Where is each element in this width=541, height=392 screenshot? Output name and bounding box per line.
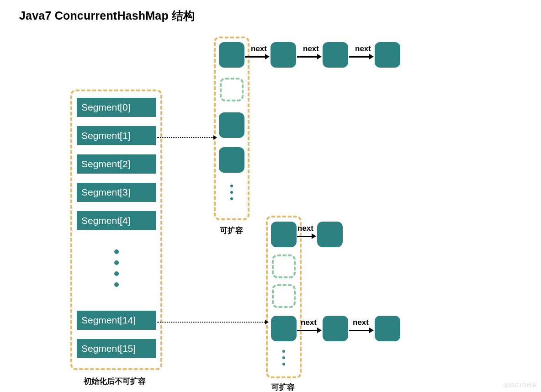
buckets-ellipsis-icon <box>230 185 233 200</box>
empty-slot <box>272 284 296 308</box>
next-label: next <box>355 44 371 53</box>
next-label: next <box>303 44 319 53</box>
buckets-ellipsis-icon <box>282 350 285 366</box>
bucket-node <box>271 316 297 341</box>
bucket-node <box>271 222 297 247</box>
segments-caption: 初始化后不可扩容 <box>84 376 146 387</box>
bucket-node <box>219 42 244 68</box>
bucket-node <box>219 112 244 138</box>
bucket-node <box>219 147 244 173</box>
segments-ellipsis-icon <box>114 249 119 287</box>
next-arrow <box>297 328 322 333</box>
entry-node <box>323 316 348 341</box>
entry-node <box>375 316 400 341</box>
segment-3: Segment[3] <box>77 183 156 202</box>
next-label: next <box>353 318 369 327</box>
segment1-pointer <box>157 135 217 140</box>
empty-slot <box>220 78 244 101</box>
next-arrow <box>297 233 316 239</box>
segment-1: Segment[1] <box>77 126 156 145</box>
diagram-title: Java7 ConcurrentHashMap 结构 <box>19 8 195 23</box>
watermark: @51CTO博客 <box>503 381 537 389</box>
entry-node <box>317 222 343 247</box>
table1-caption: 可扩容 <box>220 225 243 236</box>
segment14-pointer <box>157 320 269 324</box>
next-arrow <box>349 328 374 333</box>
next-label: next <box>251 44 267 53</box>
table2-caption: 可扩容 <box>271 382 295 392</box>
segment-14: Segment[14] <box>77 311 156 330</box>
segment-15: Segment[15] <box>77 339 156 358</box>
next-label: next <box>297 224 313 233</box>
next-label: next <box>301 318 317 327</box>
entry-node <box>323 42 348 68</box>
entry-node <box>270 42 296 68</box>
entry-node <box>375 42 400 68</box>
segment-2: Segment[2] <box>77 154 156 174</box>
empty-slot <box>272 254 296 278</box>
segment-4: Segment[4] <box>77 211 156 230</box>
next-arrow <box>349 54 374 59</box>
next-arrow <box>245 54 270 59</box>
segment-0: Segment[0] <box>77 98 156 117</box>
next-arrow <box>297 54 322 59</box>
